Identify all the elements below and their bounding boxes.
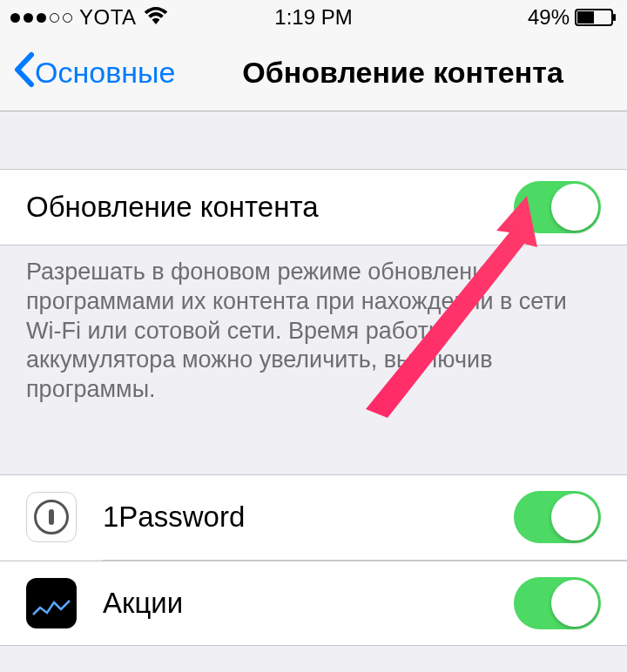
app-row-1password: 1Password <box>0 474 627 560</box>
section-footer-text: Разрешать в фоновом режиме обновление пр… <box>0 245 627 426</box>
svg-rect-2 <box>613 14 616 21</box>
app-row-stocks: Акции <box>0 561 627 646</box>
navigation-bar: Основные Обновление контента <box>0 35 627 111</box>
wifi-icon <box>144 5 168 30</box>
back-label: Основные <box>35 56 175 90</box>
signal-strength-icon <box>10 13 72 23</box>
status-left: YOTA <box>10 5 168 30</box>
status-bar: YOTA 1:19 PM 49% <box>0 0 627 35</box>
app-icon-stocks <box>26 578 77 628</box>
app-label: 1Password <box>103 501 514 534</box>
app-toggle-stocks[interactable] <box>514 577 601 629</box>
background-refresh-master-cell: Обновление контента <box>0 169 627 245</box>
app-label: Акции <box>103 587 514 620</box>
battery-icon <box>575 9 617 26</box>
clock: 1:19 PM <box>274 5 352 30</box>
background-refresh-toggle[interactable] <box>514 181 601 233</box>
svg-rect-1 <box>577 11 594 24</box>
battery-percent: 49% <box>528 5 570 30</box>
app-icon-1password <box>26 492 77 542</box>
app-list: 1Password Акции <box>0 474 627 646</box>
chevron-left-icon <box>12 51 35 95</box>
status-right: 49% <box>528 5 617 30</box>
back-button[interactable]: Основные <box>12 51 175 95</box>
carrier-label: YOTA <box>79 5 137 30</box>
background-refresh-label: Обновление контента <box>26 191 514 224</box>
app-toggle-1password[interactable] <box>514 491 601 543</box>
